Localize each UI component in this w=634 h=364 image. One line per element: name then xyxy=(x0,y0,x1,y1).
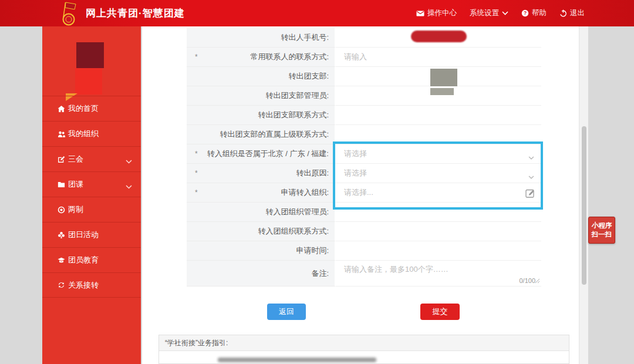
sidebar-item-label: 团员教育 xyxy=(68,255,99,265)
field-label: 转出团支部: xyxy=(288,71,329,82)
in-org-contact-value xyxy=(336,222,541,241)
required-star: * xyxy=(195,188,198,197)
required-star: * xyxy=(195,53,198,61)
select-placeholder: 请选择 xyxy=(344,168,367,178)
nav-system-settings[interactable]: 系统设置 xyxy=(470,8,508,18)
nav-label: 系统设置 xyxy=(470,8,499,18)
required-star: * xyxy=(195,150,198,158)
sidebar-item-my-home[interactable]: 我的首页 xyxy=(42,96,141,121)
sidebar-item-label: 我的组织 xyxy=(68,129,99,139)
field-label: 转出原因: xyxy=(296,168,329,178)
transfer-icon xyxy=(58,281,66,289)
redacted-phone-blob xyxy=(411,31,467,42)
field-label: 申请转入组织: xyxy=(281,187,329,198)
sidebar-menu: 我的首页 我的组织 三会 团课 xyxy=(42,96,141,298)
users-icon xyxy=(58,130,66,138)
superior-contact-value xyxy=(336,125,541,144)
form-row-remark: 备注: 请输入备注，最多100个字…… 0/100 xyxy=(187,261,541,287)
field-label: 申请时间: xyxy=(296,245,329,256)
nav-label: 退出 xyxy=(570,8,585,18)
avatar-redacted xyxy=(76,42,104,68)
contact-method-input[interactable]: 请输入 xyxy=(336,48,541,67)
form-actions: 返回 提交 xyxy=(142,304,579,321)
badge-line2: 扫一扫 xyxy=(592,230,612,239)
clover-icon xyxy=(58,231,66,239)
char-counter: 0/100 xyxy=(519,277,535,284)
sidebar-item-member-education[interactable]: 团员教育 xyxy=(42,247,141,272)
form-row-out-branch: 转出团支部: xyxy=(187,67,541,86)
input-placeholder: 请输入 xyxy=(344,52,367,62)
form-row-out-branch-contact: 转出团支部联系方式: xyxy=(187,106,541,125)
nav-action-center[interactable]: 操作中心 xyxy=(416,8,457,18)
field-label: 备注: xyxy=(311,268,329,279)
svg-text:?: ? xyxy=(524,10,527,16)
form-row-phone: 转出人手机号: xyxy=(187,28,541,48)
form-row-superior-contact: 转出团支部的直属上级联系方式: xyxy=(187,125,541,144)
required-star: * xyxy=(195,169,198,177)
main-content: 转出人手机号: *常用联系人的联系方式: 请输入 转出团支部: 转出团支部管理员… xyxy=(142,26,579,364)
blurred-text xyxy=(218,358,376,362)
in-org-admin-value xyxy=(336,203,541,222)
form-row-target-organization: *申请转入组织: 请选择... xyxy=(187,183,541,203)
graduation-icon xyxy=(58,257,66,264)
avatar-redacted-2 xyxy=(75,68,102,95)
resize-handle-icon[interactable] xyxy=(535,277,540,285)
field-label: 转出团支部联系方式: xyxy=(258,110,329,120)
out-branch-contact-value xyxy=(336,106,541,125)
scrollbar-thumb[interactable] xyxy=(582,126,586,285)
transfer-form: 转出人手机号: *常用联系人的联系方式: 请输入 转出团支部: 转出团支部管理员… xyxy=(187,28,541,287)
nav-logout[interactable]: 退出 xyxy=(559,8,585,18)
submit-button[interactable]: 提交 xyxy=(420,304,460,320)
remark-textarea[interactable]: 请输入备注，最多100个字…… 0/100 xyxy=(336,261,541,287)
edit-icon xyxy=(58,156,66,163)
app-title: 网上共青团·智慧团建 xyxy=(86,0,185,26)
app-header: 网上共青团·智慧团建 操作中心 系统设置 ? 帮助 xyxy=(0,0,634,26)
edit-pencil-icon[interactable] xyxy=(525,188,536,200)
chevron-down-icon xyxy=(528,153,534,161)
sidebar-item-label: 团课 xyxy=(68,179,83,190)
sidebar-item-tuanri-activity[interactable]: 团日活动 xyxy=(42,222,141,247)
picker-placeholder: 请选择... xyxy=(344,187,373,198)
folder-icon xyxy=(58,181,66,188)
miniprogram-scan-badge[interactable]: 小程序 扫一扫 xyxy=(588,217,615,244)
sidebar-item-liangzhi[interactable]: 两制 xyxy=(42,197,141,222)
sidebar-item-label: 我的首页 xyxy=(68,103,99,114)
chevron-down-icon xyxy=(528,172,534,181)
region-select[interactable]: 请选择 xyxy=(336,144,541,164)
form-row-region-select: *转入组织是否属于北京 / 广东 / 福建: 请选择 xyxy=(187,144,541,164)
chevron-down-icon xyxy=(502,11,508,15)
top-nav: 操作中心 系统设置 ? 帮助 退出 xyxy=(416,0,585,26)
form-row-contact-method: *常用联系人的联系方式: 请输入 xyxy=(187,48,541,67)
field-label: 转入团组织联系方式: xyxy=(258,226,329,237)
sidebar-item-sanhui[interactable]: 三会 xyxy=(42,146,141,171)
form-row-in-org-admin: 转入团组织管理员: xyxy=(187,203,541,222)
form-row-apply-time: 申请时间: xyxy=(187,241,541,261)
redacted-branch-blob xyxy=(430,69,457,86)
form-row-in-org-contact: 转入团组织联系方式: xyxy=(187,222,541,241)
field-label: 转出团支部管理员: xyxy=(265,90,329,101)
question-icon: ? xyxy=(521,9,529,17)
scrollbar-track[interactable] xyxy=(579,26,588,364)
home-icon xyxy=(58,105,66,113)
page: 网上共青团·智慧团建 操作中心 系统设置 ? 帮助 xyxy=(0,0,634,364)
guide-title: “学社衔接”业务指引: xyxy=(159,335,569,351)
sidebar-item-label: 三会 xyxy=(68,154,83,164)
select-placeholder: 请选择 xyxy=(344,149,367,159)
nav-help[interactable]: ? 帮助 xyxy=(521,8,547,18)
sidebar-item-relation-transfer[interactable]: 关系接转 xyxy=(42,272,141,298)
back-button[interactable]: 返回 xyxy=(267,304,306,320)
sidebar-item-tuanke[interactable]: 团课 xyxy=(42,171,141,197)
transfer-reason-select[interactable]: 请选择 xyxy=(336,164,541,183)
nav-label: 帮助 xyxy=(532,8,547,18)
target-icon xyxy=(58,206,66,214)
field-label: 常用联系人的联系方式: xyxy=(250,52,329,62)
chevron-down-icon xyxy=(126,182,132,191)
target-organization-picker[interactable]: 请选择... xyxy=(336,183,541,203)
badge-line1: 小程序 xyxy=(592,221,612,230)
field-label: 转入组织是否属于北京 / 广东 / 福建: xyxy=(207,149,329,159)
field-label: 转出团支部的直属上级联系方式: xyxy=(220,129,329,140)
sidebar-item-my-organization[interactable]: 我的组织 xyxy=(42,121,141,146)
apply-time-value xyxy=(336,241,541,261)
mail-icon xyxy=(416,10,424,17)
form-row-out-branch-admin: 转出团支部管理员: xyxy=(187,86,541,106)
